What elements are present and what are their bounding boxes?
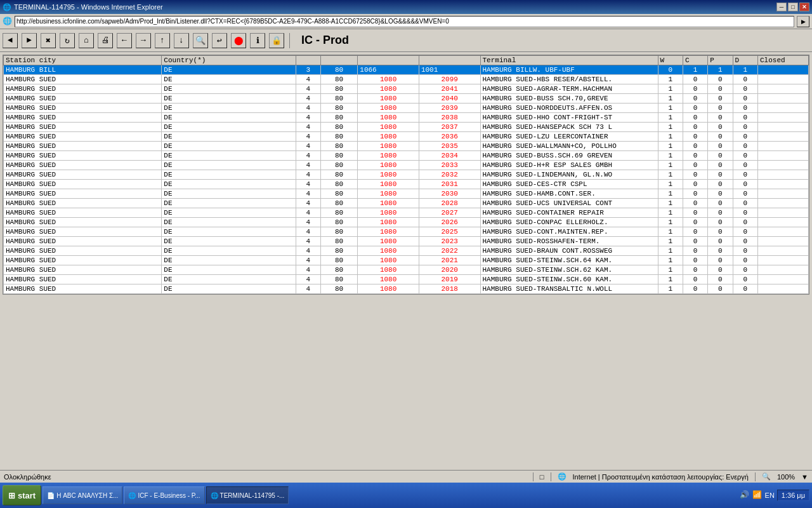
table-cell: 4 bbox=[296, 227, 320, 237]
table-cell: 80 bbox=[320, 180, 357, 189]
table-cell: 1080 bbox=[358, 132, 419, 142]
status-sep2 bbox=[551, 472, 551, 481]
table-cell: 2035 bbox=[419, 142, 480, 151]
table-row[interactable]: HAMBURG SUEDDE48010802033HAMBURG SUED-H+… bbox=[4, 161, 809, 170]
table-cell: 0 bbox=[683, 199, 707, 208]
table-row[interactable]: HAMBURG SUEDDE48010802035HAMBURG SUED-WA… bbox=[4, 142, 809, 151]
table-row[interactable]: HAMBURG SUEDDE48010802027HAMBURG SUED-CO… bbox=[4, 208, 809, 218]
table-cell: 4 bbox=[296, 180, 320, 189]
table-cell bbox=[758, 161, 809, 170]
table-body: HAMBURG BILLDE38010661001HAMBURG BILLW. … bbox=[4, 65, 809, 294]
table-cell: 0 bbox=[683, 123, 707, 132]
table-cell: 4 bbox=[296, 123, 320, 132]
table-cell: 80 bbox=[320, 161, 357, 170]
table-row[interactable]: HAMBURG SUEDDE48010802021HAMBURG SUED-ST… bbox=[4, 256, 809, 265]
nav-up-button[interactable]: ↑ bbox=[155, 33, 170, 48]
table-cell: 1080 bbox=[358, 218, 419, 227]
table-cell: 0 bbox=[708, 246, 733, 256]
col-c: C bbox=[683, 56, 707, 65]
search-button[interactable]: 🔍 bbox=[193, 33, 208, 48]
table-cell: 80 bbox=[320, 189, 357, 199]
table-row[interactable]: HAMBURG SUEDDE48010802039HAMBURG SUED-NO… bbox=[4, 104, 809, 113]
table-scroll-container[interactable]: Station city Country(*) Terminal W C P D… bbox=[3, 55, 809, 295]
table-row[interactable]: HAMBURG SUEDDE48010802034HAMBURG SUED-BU… bbox=[4, 151, 809, 161]
table-cell: 0 bbox=[708, 237, 733, 246]
taskbar-item-0[interactable]: 📄 Η ABC ΑΝΑΛΥΣΗ Σ... bbox=[43, 486, 122, 491]
taskbar-item-2[interactable]: 🌐 TERMINAL-114795 -... bbox=[206, 486, 289, 491]
zoom-arrow: ▼ bbox=[801, 473, 808, 481]
nav-back2-button[interactable]: ← bbox=[117, 33, 132, 48]
table-cell: 4 bbox=[296, 170, 320, 180]
table-cell: 0 bbox=[708, 132, 733, 142]
info-button[interactable]: ℹ bbox=[250, 33, 265, 48]
table-cell: DE bbox=[162, 208, 296, 218]
table-row[interactable]: HAMBURG SUEDDE48010802023HAMBURG SUED-RO… bbox=[4, 237, 809, 246]
table-row[interactable]: HAMBURG SUEDDE48010802032HAMBURG SUED-LI… bbox=[4, 170, 809, 180]
history-button[interactable]: ↩ bbox=[212, 33, 227, 48]
table-cell: HAMBURG SUED-UCS UNIVERSAL CONT bbox=[480, 199, 658, 208]
system-clock: 1:36 μμ bbox=[777, 490, 809, 491]
table-cell: 80 bbox=[320, 94, 357, 104]
nav-down-button[interactable]: ↓ bbox=[174, 33, 189, 48]
table-row[interactable]: HAMBURG SUEDDE48010802019HAMBURG SUED-ST… bbox=[4, 275, 809, 284]
lock-button[interactable]: 🔒 bbox=[269, 33, 284, 48]
maximize-button[interactable]: □ bbox=[788, 3, 798, 11]
table-cell: HAMBURG SUED-HBS RESER/ABSTELL. bbox=[480, 75, 658, 84]
status-bar: Ολοκληρώθηκε □ 🌐 Internet | Προστατευμέν… bbox=[0, 470, 812, 483]
table-row[interactable]: HAMBURG SUEDDE48010802037HAMBURG SUED-HA… bbox=[4, 123, 809, 132]
table-row[interactable]: HAMBURG SUEDDE48010802031HAMBURG SUED-CE… bbox=[4, 180, 809, 189]
table-row[interactable]: HAMBURG SUEDDE48010802030HAMBURG SUED-HA… bbox=[4, 189, 809, 199]
refresh-button[interactable]: ↻ bbox=[60, 33, 75, 48]
table-cell: 2036 bbox=[419, 132, 480, 142]
table-cell: 1080 bbox=[358, 284, 419, 294]
home-button[interactable]: ⌂ bbox=[79, 33, 94, 48]
table-cell: 0 bbox=[708, 84, 733, 94]
table-row[interactable]: HAMBURG SUEDDE48010802026HAMBURG SUED-CO… bbox=[4, 218, 809, 227]
table-cell: HAMBURG SUED-STEINW.SCH.64 KAM. bbox=[480, 256, 658, 265]
table-row[interactable]: HAMBURG SUEDDE48010802036HAMBURG SUED-LZ… bbox=[4, 132, 809, 142]
table-cell: 0 bbox=[708, 227, 733, 237]
table-cell: HAMBURG SUED bbox=[4, 123, 162, 132]
table-cell: 3 bbox=[296, 65, 320, 75]
taskbar-item-1[interactable]: 🌐 ICF - E-Business - P... bbox=[124, 486, 204, 491]
table-cell: 4 bbox=[296, 199, 320, 208]
forward-button[interactable]: ► bbox=[22, 33, 37, 48]
table-cell: 1 bbox=[658, 218, 683, 227]
nav-forward2-button[interactable]: → bbox=[136, 33, 151, 48]
address-input[interactable] bbox=[15, 16, 794, 27]
status-zone: Internet | Προστατευμένη κατάσταση λειτο… bbox=[573, 473, 749, 481]
go-button[interactable]: ▶ bbox=[797, 16, 809, 27]
table-cell: 1 bbox=[658, 275, 683, 284]
print-button[interactable]: 🖨 bbox=[98, 33, 113, 48]
col-c4 bbox=[419, 56, 480, 65]
table-cell: 2019 bbox=[419, 275, 480, 284]
close-button[interactable]: ✕ bbox=[799, 3, 809, 11]
table-cell: 4 bbox=[296, 218, 320, 227]
table-row[interactable]: HAMBURG SUEDDE48010802028HAMBURG SUED-UC… bbox=[4, 199, 809, 208]
back-button[interactable]: ◄ bbox=[3, 33, 18, 48]
minimize-button[interactable]: ─ bbox=[776, 3, 787, 11]
table-row[interactable]: HAMBURG SUEDDE48010802041HAMBURG SUED-AG… bbox=[4, 84, 809, 94]
table-cell bbox=[758, 142, 809, 151]
table-cell: 1080 bbox=[358, 104, 419, 113]
table-row[interactable]: HAMBURG BILLDE38010661001HAMBURG BILLW. … bbox=[4, 65, 809, 75]
table-row[interactable]: HAMBURG SUEDDE48010802018HAMBURG SUED-TR… bbox=[4, 284, 809, 294]
status-zone-icon: 🌐 bbox=[558, 472, 566, 481]
table-cell: HAMBURG SUED-HANSEPACK SCH 73 L bbox=[480, 123, 658, 132]
table-cell: 0 bbox=[683, 75, 707, 84]
table-row[interactable]: HAMBURG SUEDDE48010802022HAMBURG SUED-BR… bbox=[4, 246, 809, 256]
table-cell: 1 bbox=[658, 132, 683, 142]
table-cell: DE bbox=[162, 123, 296, 132]
table-cell: 0 bbox=[733, 94, 757, 104]
table-row[interactable]: HAMBURG SUEDDE48010802040HAMBURG SUED-BU… bbox=[4, 94, 809, 104]
table-row[interactable]: HAMBURG SUEDDE48010802038HAMBURG SUED-HH… bbox=[4, 113, 809, 123]
table-cell: 1080 bbox=[358, 180, 419, 189]
address-bar: 🌐 ▶ bbox=[0, 14, 812, 29]
table-row[interactable]: HAMBURG SUEDDE48010802099HAMBURG SUED-HB… bbox=[4, 75, 809, 84]
stop-red-button[interactable]: ⬤ bbox=[231, 33, 246, 48]
stop-button[interactable]: ✖ bbox=[41, 33, 56, 48]
start-button[interactable]: ⊞ start bbox=[3, 485, 41, 491]
table-row[interactable]: HAMBURG SUEDDE48010802020HAMBURG SUED-ST… bbox=[4, 265, 809, 275]
table-row[interactable]: HAMBURG SUEDDE48010802025HAMBURG SUED-CO… bbox=[4, 227, 809, 237]
table-cell bbox=[758, 189, 809, 199]
